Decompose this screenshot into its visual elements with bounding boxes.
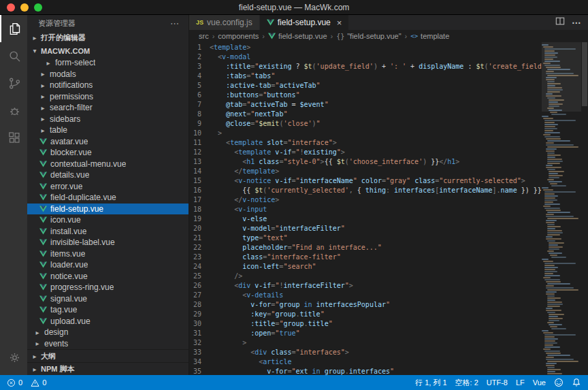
vue-file-icon [39,284,47,291]
tree-item-loader.vue[interactable]: loader.vue [27,259,189,271]
minimize-window-button[interactable] [20,3,29,12]
tree-item-label: field-setup.vue [50,204,103,214]
statusbar-indentation[interactable]: 空格: 2 [455,375,478,390]
tree-item-progress-ring.vue[interactable]: progress-ring.vue [27,282,189,293]
zoom-window-button[interactable] [34,3,42,12]
code-editor[interactable]: 1<template>2 <v-modal3 :title="existing … [189,42,542,375]
outline-section[interactable]: ▸ 大纲 [27,349,189,362]
search-icon[interactable] [0,42,27,69]
vue-file-icon [39,261,47,268]
tree-item-events[interactable]: ▸events [27,338,189,350]
tree-item-search-filter[interactable]: ▸search-filter [27,102,189,114]
outline-label: 大纲 [41,351,56,361]
tree-item-notifications[interactable]: ▸notifications [27,80,189,91]
close-window-button[interactable] [7,3,15,12]
breadcrumb-item-5[interactable]: <>template [410,32,449,40]
line-number: 19 [189,214,210,224]
line-number: 29 [189,310,210,319]
code-area: 1<template>2 <v-modal3 :title="existing … [189,42,588,375]
folder-chevron-icon: ▸ [39,82,46,89]
bell-icon[interactable] [572,375,581,390]
code-line-34: 34 <article [189,357,542,367]
line-number: 27 [189,291,210,300]
line-number: 6 [189,91,210,100]
tree-item-modals[interactable]: ▸modals [27,69,189,80]
tree-item-label: permissions [50,92,93,101]
tree-item-design[interactable]: ▸design [27,327,189,338]
code-line-22: 22 placeholder="Find an interface..." [189,243,542,253]
statusbar-errors[interactable]: 0 [7,375,22,390]
project-section[interactable]: ▾ MACWK.COM [27,44,189,57]
breadcrumb-item-3[interactable]: field-setup.vue [268,32,327,40]
editor-scrollbar[interactable] [581,42,588,375]
tree-item-contextual-menu.vue[interactable]: contextual-menu.vue [27,159,189,170]
statusbar-items: 行 1, 列 1空格: 2UTF-8LFVue [415,375,546,390]
code-line-content: <article [210,357,542,367]
tree-item-label: modals [50,69,76,79]
breadcrumb-item-4[interactable]: {}"field-setup.vue" [336,32,401,40]
tree-item-install.vue[interactable]: install.vue [27,226,189,238]
statusbar-warnings[interactable]: 0 [31,375,46,390]
tree-item-error.vue[interactable]: error.vue [27,181,189,193]
line-number: 28 [189,300,210,310]
tree-item-sidebars[interactable]: ▸sidebars [27,114,189,125]
tree-item-form-select[interactable]: ▸form-select [27,57,189,69]
tree-item-tag.vue[interactable]: tag.vue [27,304,189,316]
code-line-content: icon-left="search" [210,262,542,272]
statusbar-cursor-position[interactable]: 行 1, 列 1 [415,375,446,390]
vue-file-icon [39,206,47,212]
tree-item-upload.vue[interactable]: upload.vue [27,316,189,327]
tree-item-label: blocker.vue [50,148,92,157]
code-line-content: {{ $t('currently_selected', { thing: int… [210,186,542,195]
tree-item-details.vue[interactable]: details.vue [27,169,189,181]
line-number: 24 [189,262,210,272]
tree-item-label: form-select [55,58,95,67]
tab-field-setup.vue[interactable]: field-setup.vue× [260,15,350,30]
line-number: 16 [189,186,210,195]
statusbar-encoding[interactable]: UTF-8 [487,375,508,390]
code-line-content: <v-modal [210,52,542,62]
problems-indicator[interactable]: 00 [7,375,46,390]
titlebar[interactable]: field-setup.vue — MacWk.com [0,0,588,15]
tree-item-invisible-label.vue[interactable]: invisible-label.vue [27,237,189,248]
tree-item-field-setup.vue[interactable]: field-setup.vue [27,204,189,215]
tree-item-field-duplicate.vue[interactable]: field-duplicate.vue [27,192,189,204]
code-line-7: 7 @tab="activeTab = $event" [189,100,542,110]
tree-item-label: install.vue [50,227,86,236]
tree-item-avatar.vue[interactable]: avatar.vue [27,136,189,148]
tree-item-icon.vue[interactable]: icon.vue [27,214,189,226]
tree-item-permissions[interactable]: ▸permissions [27,91,189,103]
tree-item-signal.vue[interactable]: signal.vue [27,293,189,305]
code-line-content: /> [210,272,542,281]
minimap[interactable] [542,42,581,375]
line-number: 15 [189,176,210,186]
tree-item-notice.vue[interactable]: notice.vue [27,271,189,282]
more-actions-icon[interactable]: ⋯ [572,17,581,28]
feedback-smiley-icon[interactable] [554,375,564,390]
explorer-icon[interactable] [0,15,27,42]
open-editors-section[interactable]: ▸ 打开的编辑器 [27,31,189,44]
tree-item-items.vue[interactable]: items.vue [27,248,189,260]
extensions-icon[interactable] [0,124,27,151]
npm-scripts-section[interactable]: ▸ NPM 脚本 [27,362,189,375]
split-editor-icon[interactable] [555,16,565,29]
tree-item-blocker.vue[interactable]: blocker.vue [27,147,189,159]
line-number: 4 [189,71,210,81]
statusbar-language-mode[interactable]: Vue [533,375,546,390]
tab-vue.config.js[interactable]: JSvue.config.js [189,15,260,30]
scrollbar-thumb[interactable] [582,42,587,106]
statusbar-eol[interactable]: LF [516,375,525,390]
line-number: 32 [189,338,210,348]
tree-item-table[interactable]: ▸table [27,125,189,136]
close-tab-icon[interactable]: × [337,18,342,27]
settings-gear-icon[interactable] [0,344,27,371]
breadcrumb-item-1[interactable]: src [199,32,209,40]
code-line-6: 6 :buttons="buttons" [189,91,542,100]
code-line-content: :open="true" [210,329,542,338]
source-control-icon[interactable] [0,69,27,97]
more-actions-icon[interactable]: ⋯ [170,18,179,29]
debug-icon[interactable] [0,97,27,124]
line-number: 9 [189,119,210,129]
status-bar: 00 行 1, 列 1空格: 2UTF-8LFVue [0,375,588,390]
breadcrumb-item-2[interactable]: components [218,32,259,40]
